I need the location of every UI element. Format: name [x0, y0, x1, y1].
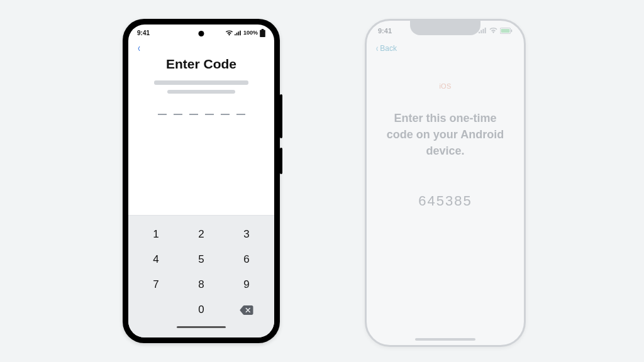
- svg-rect-1: [262, 29, 264, 30]
- keypad-key-8[interactable]: 8: [179, 278, 223, 291]
- chevron-left-icon: ‹: [376, 43, 378, 53]
- android-home-indicator: [177, 326, 226, 328]
- subtitle-skeleton: [154, 80, 248, 85]
- keypad-key-delete[interactable]: [225, 304, 269, 316]
- android-phone: 9:41 100% ‹ Enter Code: [123, 19, 280, 343]
- code-input[interactable]: [128, 105, 274, 115]
- battery-icon: [500, 28, 513, 34]
- iphone: 9:41 ‹ Back iOS Enter this one-time code…: [365, 19, 526, 347]
- keypad-key-0[interactable]: 0: [179, 304, 223, 316]
- wifi-icon: [226, 30, 233, 36]
- android-back-button[interactable]: ‹: [128, 41, 274, 54]
- code-slot: [221, 105, 230, 115]
- keypad-key-2[interactable]: 2: [179, 228, 223, 241]
- android-battery-text: 100%: [243, 30, 258, 36]
- wifi-icon: [489, 27, 497, 35]
- code-slot: [189, 105, 198, 115]
- svg-rect-4: [511, 30, 513, 32]
- cellular-icon: [235, 30, 242, 36]
- backspace-icon: [240, 304, 253, 315]
- keypad-key-5[interactable]: 5: [179, 253, 223, 266]
- ios-back-button[interactable]: ‹ Back: [367, 41, 524, 53]
- ios-instruction-line: code on your Android: [380, 126, 510, 143]
- android-volume-button: [280, 94, 282, 138]
- subtitle-skeleton: [167, 90, 235, 94]
- ios-home-indicator: [415, 338, 475, 341]
- keypad-key-1[interactable]: 1: [134, 228, 178, 241]
- numeric-keypad: 1 2 3 4 5 6 7 8 9 0: [128, 215, 274, 337]
- android-screen: 9:41 100% ‹ Enter Code: [128, 25, 274, 337]
- svg-rect-0: [260, 30, 265, 36]
- ios-clock: 9:41: [378, 27, 392, 35]
- android-power-button: [280, 148, 282, 174]
- code-slot: [205, 105, 214, 115]
- code-slot: [174, 105, 182, 115]
- ios-instruction-line: device.: [380, 143, 510, 159]
- keypad-key-7[interactable]: 7: [134, 278, 178, 291]
- android-clock: 9:41: [137, 30, 150, 36]
- ios-instruction-line: Enter this one-time: [380, 110, 510, 126]
- keypad-key-9[interactable]: 9: [225, 278, 269, 291]
- keypad-key-4[interactable]: 4: [134, 253, 178, 266]
- one-time-code: 645385: [367, 193, 524, 209]
- battery-icon: [260, 29, 265, 37]
- code-slot: [158, 105, 167, 115]
- svg-rect-3: [501, 29, 510, 33]
- ios-back-label: Back: [380, 44, 397, 53]
- chevron-left-icon: ‹: [138, 42, 140, 53]
- ios-instruction-text: Enter this one-time code on your Android…: [380, 110, 510, 159]
- keypad-key-3[interactable]: 3: [225, 228, 269, 241]
- iphone-notch: [410, 20, 480, 35]
- android-nav-bar: [133, 322, 269, 334]
- page-title: Enter Code: [128, 57, 274, 72]
- code-slot: [236, 105, 245, 115]
- keypad-key-6[interactable]: 6: [225, 253, 269, 266]
- android-front-camera: [199, 31, 204, 36]
- ios-app-label: iOS: [367, 82, 524, 90]
